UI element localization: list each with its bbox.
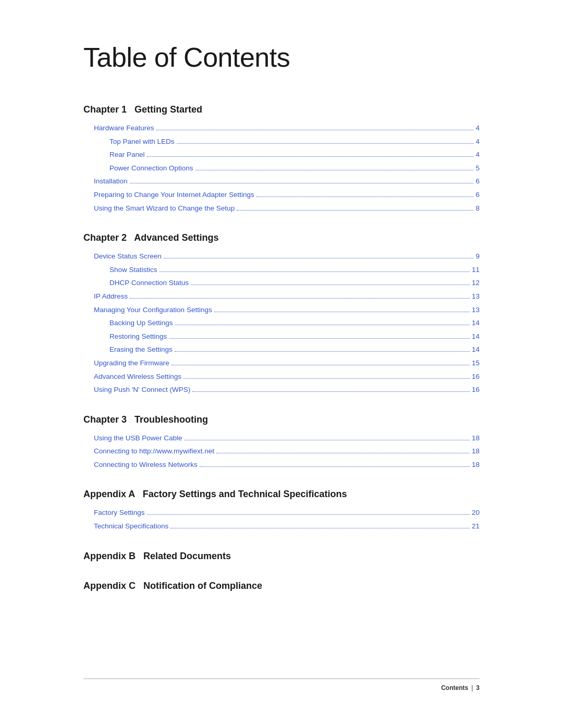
toc-link[interactable]: DHCP Connection Status (109, 277, 189, 289)
toc-page: 16 (472, 384, 480, 396)
toc-page: 18 (472, 459, 480, 471)
toc-link[interactable]: Erasing the Settings (109, 344, 173, 355)
chapter1-heading: Chapter 1 Getting Started (83, 104, 480, 115)
toc-dots (191, 285, 470, 285)
toc-link[interactable]: Restoring Settings (109, 331, 167, 342)
toc-link[interactable]: Upgrading the Firmware (94, 357, 169, 369)
toc-entry[interactable]: Upgrading the Firmware 15 (83, 357, 480, 369)
toc-dots (192, 391, 470, 392)
toc-link[interactable]: Installation (94, 176, 128, 187)
chapter1-section: Chapter 1 Getting Started Hardware Featu… (83, 104, 480, 214)
toc-entry[interactable]: Installation 6 (83, 176, 480, 187)
toc-entry-usb-power[interactable]: Using the USB Power Cable 18 (83, 433, 480, 444)
toc-entry[interactable]: Connecting to Wireless Networks 18 (83, 459, 480, 471)
toc-dots (200, 466, 470, 467)
page: Table of Contents Chapter 1 Getting Star… (0, 0, 563, 728)
toc-entry[interactable]: Erasing the Settings 14 (83, 344, 480, 355)
appendixb-heading: Appendix B Related Documents (83, 551, 480, 562)
chapter3-section: Chapter 3 Troubleshooting Using the USB … (83, 414, 480, 471)
toc-entry[interactable]: Hardware Features 4 (83, 122, 480, 134)
chapter2-heading: Chapter 2 Advanced Settings (83, 232, 480, 243)
toc-entry[interactable]: DHCP Connection Status 12 (83, 277, 480, 289)
toc-page: 12 (472, 277, 480, 289)
toc-link[interactable]: Advanced Wireless Settings (94, 371, 181, 382)
toc-dots (147, 514, 470, 515)
toc-entry[interactable]: Show Statistics 11 (83, 264, 480, 276)
toc-page: 20 (472, 507, 480, 519)
toc-page: 5 (475, 163, 480, 174)
toc-entry[interactable]: Backing Up Settings 14 (83, 317, 480, 329)
appendixa-heading: Appendix A Factory Settings and Technica… (83, 489, 480, 500)
toc-page: 14 (472, 317, 480, 329)
footer-label: Contents (441, 684, 468, 692)
page-title: Table of Contents (83, 42, 480, 73)
toc-entry[interactable]: Rear Panel 4 (83, 149, 480, 161)
toc-link[interactable]: Power Connection Options (109, 163, 193, 174)
toc-dots (214, 312, 470, 312)
toc-entry[interactable]: Technical Specifications 21 (83, 521, 480, 532)
toc-dots (130, 298, 470, 299)
toc-page: 18 (472, 433, 480, 444)
toc-dots (164, 258, 474, 258)
toc-link[interactable]: Device Status Screen (94, 251, 162, 262)
toc-entry[interactable]: Top Panel with LEDs 4 (83, 136, 480, 147)
toc-page: 14 (472, 331, 480, 342)
toc-link[interactable]: Factory Settings (94, 507, 145, 519)
appendixa-section: Appendix A Factory Settings and Technica… (83, 489, 480, 532)
toc-dots (169, 338, 470, 339)
toc-dots (183, 378, 470, 379)
toc-dots (195, 170, 474, 170)
toc-dots (172, 365, 470, 365)
toc-page: 16 (472, 371, 480, 382)
toc-entry[interactable]: Using Push 'N' Connect (WPS) 16 (83, 384, 480, 396)
toc-page: 4 (475, 122, 480, 134)
toc-link[interactable]: Using Push 'N' Connect (WPS) (94, 384, 190, 396)
toc-link[interactable]: Preparing to Change Your Internet Adapte… (94, 189, 254, 201)
toc-link[interactable]: Using the USB Power Cable (94, 433, 182, 444)
footer: Contents | 3 (83, 678, 480, 692)
toc-entry[interactable]: Restoring Settings 14 (83, 331, 480, 342)
appendixc-section: Appendix C Notification of Compliance (83, 581, 480, 591)
toc-link[interactable]: Managing Your Configuration Settings (94, 304, 212, 316)
appendixb-section: Appendix B Related Documents (83, 551, 480, 562)
toc-dots (185, 440, 470, 440)
toc-dots (175, 351, 470, 352)
chapter2-section: Chapter 2 Advanced Settings Device Statu… (83, 232, 480, 396)
toc-link[interactable]: Rear Panel (109, 149, 145, 161)
toc-entry[interactable]: Connecting to http://www.mywifiext.net 1… (83, 446, 480, 457)
toc-page: 18 (472, 446, 480, 457)
toc-link[interactable]: Using the Smart Wizard to Change the Set… (94, 203, 235, 214)
footer-separator: | (471, 684, 473, 692)
toc-page: 9 (475, 251, 480, 262)
toc-dots (160, 272, 470, 272)
toc-entry[interactable]: Preparing to Change Your Internet Adapte… (83, 189, 480, 201)
appendixc-heading: Appendix C Notification of Compliance (83, 581, 480, 591)
toc-link[interactable]: Top Panel with LEDs (109, 136, 175, 147)
toc-entry[interactable]: Managing Your Configuration Settings 13 (83, 304, 480, 316)
toc-page: 8 (475, 203, 480, 214)
toc-page: 11 (472, 264, 480, 276)
toc-link[interactable]: Technical Specifications (94, 521, 168, 532)
toc-page: 15 (472, 357, 480, 369)
toc-entry[interactable]: Device Status Screen 9 (83, 251, 480, 262)
toc-dots (170, 528, 470, 528)
toc-entry[interactable]: Using the Smart Wizard to Change the Set… (83, 203, 480, 214)
toc-dots (175, 325, 470, 325)
toc-link[interactable]: Hardware Features (94, 122, 154, 134)
toc-link[interactable]: Connecting to http://www.mywifiext.net (94, 446, 214, 457)
toc-page: 14 (472, 344, 480, 355)
toc-entry[interactable]: Power Connection Options 5 (83, 163, 480, 174)
toc-link[interactable]: Backing Up Settings (109, 317, 173, 329)
toc-entry[interactable]: Advanced Wireless Settings 16 (83, 371, 480, 382)
toc-page: 13 (472, 291, 480, 302)
toc-page: 6 (475, 189, 480, 201)
toc-link[interactable]: Show Statistics (109, 264, 157, 276)
toc-dots (156, 130, 474, 130)
toc-link[interactable]: Connecting to Wireless Networks (94, 459, 198, 471)
toc-link[interactable]: IP Address (94, 291, 128, 302)
toc-entry[interactable]: Factory Settings 20 (83, 507, 480, 519)
toc-page: 4 (475, 149, 480, 161)
toc-page: 13 (472, 304, 480, 316)
toc-dots (147, 156, 474, 157)
toc-entry[interactable]: IP Address 13 (83, 291, 480, 302)
